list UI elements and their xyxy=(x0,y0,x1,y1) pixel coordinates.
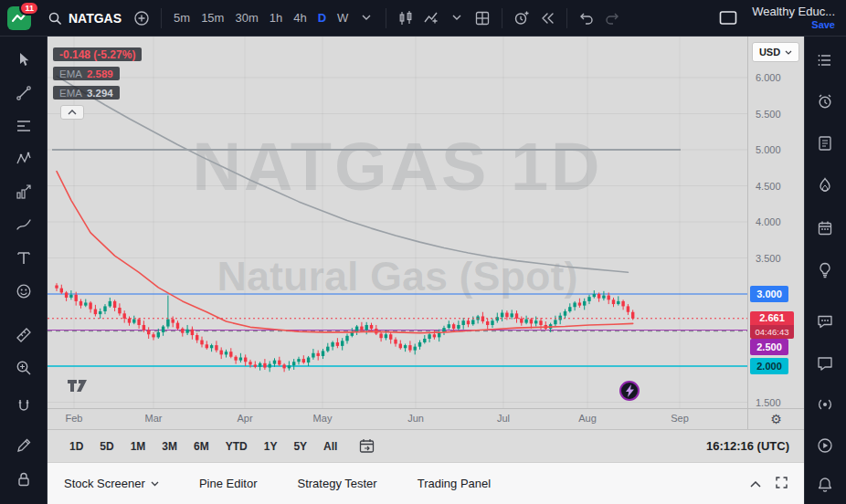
cursor-tool-button[interactable] xyxy=(9,46,38,75)
price-chart[interactable] xyxy=(48,37,747,408)
lock-drawings-button[interactable] xyxy=(9,465,38,494)
timeframe-15m-button[interactable]: 15m xyxy=(196,8,229,27)
price-axis[interactable]: USD 6.0005.5005.0004.5004.0003.5001.5003… xyxy=(747,37,804,429)
ema-fast-legend[interactable]: EMA 2.589 xyxy=(53,67,120,80)
shows-button[interactable] xyxy=(810,431,840,460)
undo-button[interactable] xyxy=(574,5,599,31)
alert-clock-icon xyxy=(513,10,530,26)
calendar-icon xyxy=(816,219,834,237)
play-circle-icon xyxy=(816,436,834,455)
fib-retracement-tool-button[interactable] xyxy=(9,111,38,141)
broadcast-button[interactable] xyxy=(810,390,840,419)
go-to-date-button[interactable] xyxy=(359,438,375,454)
create-alert-button[interactable] xyxy=(509,5,534,31)
tab-stock-screener[interactable]: Stock Screener xyxy=(64,477,159,490)
currency-select[interactable]: USD xyxy=(752,42,799,62)
magnifier-zoom-icon xyxy=(15,359,33,377)
indicators-menu-button[interactable] xyxy=(444,5,470,31)
range-ytd-button[interactable]: YTD xyxy=(218,436,255,457)
notifications-bell-icon xyxy=(816,476,834,494)
top-toolbar: 11 NATGAS 5m 15m 30m 1h 4h D W xyxy=(0,0,846,37)
trend-line-tool-button[interactable] xyxy=(9,79,38,108)
brush-tool-button[interactable] xyxy=(9,210,38,239)
utc-clock[interactable]: 16:12:16 (UTC) xyxy=(706,439,789,453)
timeframe-1d-button[interactable]: D xyxy=(312,8,332,27)
ema-fast-value: 2.589 xyxy=(87,68,113,79)
compare-add-symbol-button[interactable] xyxy=(129,5,154,31)
timeframe-4h-button[interactable]: 4h xyxy=(288,8,312,27)
magnet-icon xyxy=(15,397,33,415)
calendar-button[interactable] xyxy=(810,214,840,243)
brush-icon xyxy=(15,215,33,234)
grid-layout-icon xyxy=(474,10,491,26)
public-chats-button[interactable] xyxy=(810,307,840,336)
boost-button[interactable] xyxy=(619,381,640,401)
save-layout-link[interactable]: Save xyxy=(811,19,835,31)
prediction-tool-button[interactable] xyxy=(9,177,38,206)
bottom-panel: Stock Screener Pine Editor Strategy Test… xyxy=(48,462,804,504)
ideas-button[interactable] xyxy=(810,256,840,285)
time-axis-label: Jul xyxy=(497,413,510,424)
notifications-button[interactable] xyxy=(810,470,840,499)
time-axis[interactable]: FebMarAprMayJunJulAugSep xyxy=(48,408,747,429)
watchlist-button[interactable] xyxy=(810,46,840,75)
zoom-tool-button[interactable] xyxy=(9,353,38,383)
timeframe-5m-button[interactable]: 5m xyxy=(168,8,196,27)
lock-icon xyxy=(15,470,33,488)
text-tool-button[interactable] xyxy=(9,244,38,273)
timeframe-1w-button[interactable]: W xyxy=(332,8,354,27)
drawing-toolbar xyxy=(0,37,48,504)
fib-retracement-icon xyxy=(15,117,33,135)
redo-arrow-icon xyxy=(604,11,620,26)
timeframe-30m-button[interactable]: 30m xyxy=(229,8,263,27)
time-axis-label: Sep xyxy=(671,413,689,424)
news-icon xyxy=(816,134,834,152)
alerts-button[interactable] xyxy=(810,87,840,116)
range-5d-button[interactable]: 5D xyxy=(92,436,121,457)
news-button[interactable] xyxy=(810,129,840,158)
private-chat-button[interactable] xyxy=(810,349,840,378)
indicators-button[interactable] xyxy=(418,5,444,31)
range-3m-button[interactable]: 3M xyxy=(154,436,185,457)
tab-trading-panel[interactable]: Trading Panel xyxy=(418,477,491,490)
price-change-label: -0.148 (-5.27%) xyxy=(53,47,142,61)
ruler-icon xyxy=(15,326,33,344)
emoji-tool-button[interactable] xyxy=(9,277,38,306)
settings-gear-icon[interactable]: ⚙ xyxy=(770,413,782,425)
layout-grid-button[interactable] xyxy=(470,5,495,31)
timeframe-menu-button[interactable] xyxy=(354,5,379,31)
chart-style-button[interactable] xyxy=(393,5,418,31)
tab-pine-editor[interactable]: Pine Editor xyxy=(199,477,258,490)
range-5y-button[interactable]: 5Y xyxy=(286,436,314,457)
bar-replay-button[interactable] xyxy=(534,5,560,31)
hotlists-button[interactable] xyxy=(810,171,840,200)
tab-strategy-tester[interactable]: Strategy Tester xyxy=(297,477,376,490)
pattern-tool-button[interactable] xyxy=(9,144,38,173)
range-1y-button[interactable]: 1Y xyxy=(257,436,285,457)
stock-screener-label: Stock Screener xyxy=(64,477,145,490)
maximize-panel-button[interactable] xyxy=(776,477,788,491)
tradingview-watermark-logo[interactable] xyxy=(66,373,90,400)
range-1m-button[interactable]: 1M xyxy=(123,436,153,457)
symbol-name: NATGAS xyxy=(69,11,122,26)
price-tick: 4.000 xyxy=(756,215,781,228)
ema-slow-legend[interactable]: EMA 3.294 xyxy=(53,86,120,100)
bottom-panel-controls xyxy=(750,477,788,491)
symbol-search-button[interactable]: NATGAS xyxy=(40,5,129,31)
account-menu[interactable]: Wealthy Educ... Save xyxy=(752,5,835,31)
range-6m-button[interactable]: 6M xyxy=(186,436,217,457)
window-frame-button[interactable] xyxy=(715,5,741,31)
range-1d-button[interactable]: 1D xyxy=(62,436,90,457)
redo-button[interactable] xyxy=(599,5,625,31)
tradingview-logo[interactable]: 11 xyxy=(7,6,31,30)
timeframe-1h-button[interactable]: 1h xyxy=(264,8,288,27)
time-axis-label: Aug xyxy=(578,413,597,424)
edit-tool-button[interactable] xyxy=(9,431,38,460)
emoji-smiley-icon xyxy=(15,282,33,300)
pencil-icon xyxy=(15,436,33,455)
expand-panel-button[interactable] xyxy=(750,477,761,490)
legend-collapse-button[interactable] xyxy=(60,105,84,120)
measure-tool-button[interactable] xyxy=(9,320,38,350)
magnet-tool-button[interactable] xyxy=(9,392,38,421)
range-all-button[interactable]: All xyxy=(316,436,344,457)
